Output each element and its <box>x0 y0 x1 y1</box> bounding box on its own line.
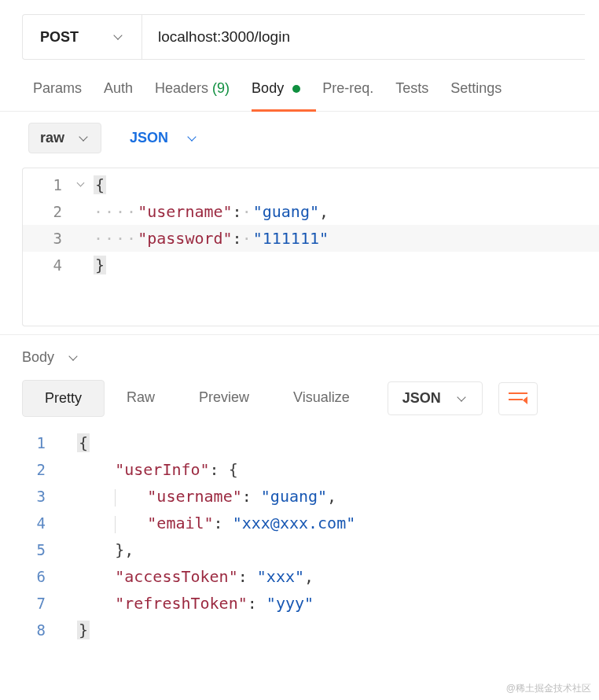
chevron-down-icon <box>68 352 79 363</box>
line-number: 4 <box>8 510 53 536</box>
line-number: 7 <box>8 590 53 617</box>
tab-body[interactable]: Body <box>252 80 300 111</box>
view-raw[interactable]: Raw <box>105 380 177 417</box>
line-number: 2 <box>8 456 53 483</box>
body-mode-select[interactable]: raw <box>28 123 101 153</box>
response-section-header[interactable]: Body <box>0 334 599 380</box>
line-number: 1 <box>23 171 70 198</box>
request-bar: POST localhost:3000/login <box>22 14 585 60</box>
request-url-text: localhost:3000/login <box>158 28 290 46</box>
tab-settings[interactable]: Settings <box>450 80 502 111</box>
chevron-down-icon <box>79 133 90 144</box>
fold-icon[interactable] <box>76 179 87 190</box>
line-number: 5 <box>8 536 53 563</box>
request-url-input[interactable]: localhost:3000/login <box>142 15 585 59</box>
tab-params[interactable]: Params <box>33 80 82 111</box>
response-section-label: Body <box>22 349 54 366</box>
watermark: @稀土掘金技术社区 <box>506 682 591 695</box>
response-language-select[interactable]: JSON <box>388 381 483 415</box>
body-subbar: raw JSON <box>0 112 599 164</box>
chevron-down-icon <box>187 133 198 144</box>
view-preview[interactable]: Preview <box>177 380 271 417</box>
chevron-down-icon <box>113 31 124 42</box>
http-method-label: POST <box>40 29 79 46</box>
response-language-label: JSON <box>402 390 441 407</box>
request-tabs: Params Auth Headers (9) Body Pre-req. Te… <box>0 60 599 112</box>
body-language-label: JSON <box>130 130 168 146</box>
chevron-down-icon <box>457 393 468 404</box>
wrap-icon <box>509 391 527 407</box>
tab-tests[interactable]: Tests <box>395 80 428 111</box>
request-body-editor[interactable]: 1 { 2 ····"username":·"guang", 3 ····"pa… <box>22 168 599 326</box>
tab-headers[interactable]: Headers (9) <box>155 80 230 111</box>
line-number: 4 <box>23 252 70 278</box>
line-number: 2 <box>23 198 70 225</box>
tab-auth[interactable]: Auth <box>104 80 133 111</box>
body-language-select[interactable]: JSON <box>130 130 198 146</box>
line-number: 8 <box>8 617 53 643</box>
response-view-bar: Pretty Raw Preview Visualize JSON <box>0 380 599 417</box>
line-number: 1 <box>8 429 53 456</box>
view-pretty[interactable]: Pretty <box>22 380 105 417</box>
unsaved-dot-icon <box>292 85 300 93</box>
wrap-lines-button[interactable] <box>498 382 538 415</box>
view-visualize[interactable]: Visualize <box>271 380 372 417</box>
response-body-editor[interactable]: 1 { 2 "userInfo": { 3 "username": "guang… <box>0 429 599 643</box>
http-method-select[interactable]: POST <box>23 15 142 59</box>
body-mode-label: raw <box>40 130 64 146</box>
response-view-group: Pretty Raw Preview Visualize <box>22 380 372 417</box>
line-number: 3 <box>23 225 70 252</box>
line-number: 3 <box>8 483 53 510</box>
line-number: 6 <box>8 563 53 590</box>
tab-prereq[interactable]: Pre-req. <box>322 80 373 111</box>
